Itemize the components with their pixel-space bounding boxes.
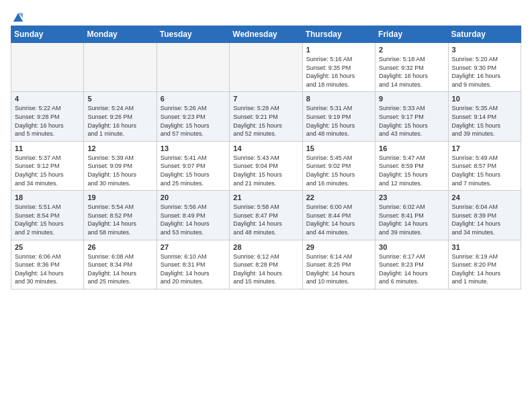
calendar-cell: 29Sunrise: 6:14 AM Sunset: 8:25 PM Dayli… (302, 240, 375, 289)
weekday-header-tuesday: Tuesday (157, 26, 229, 43)
calendar-cell (157, 43, 229, 92)
calendar-cell: 24Sunrise: 6:04 AM Sunset: 8:39 PM Dayli… (448, 191, 521, 240)
day-number: 25 (15, 243, 80, 251)
day-number: 8 (306, 95, 371, 103)
calendar-cell: 3Sunrise: 5:20 AM Sunset: 9:30 PM Daylig… (448, 43, 521, 92)
calendar-cell: 19Sunrise: 5:54 AM Sunset: 8:52 PM Dayli… (84, 191, 157, 240)
day-info: Sunrise: 5:28 AM Sunset: 9:21 PM Dayligh… (233, 104, 298, 138)
calendar-cell: 10Sunrise: 5:35 AM Sunset: 9:14 PM Dayli… (448, 92, 521, 141)
day-number: 20 (161, 193, 226, 201)
day-info: Sunrise: 5:45 AM Sunset: 9:02 PM Dayligh… (306, 154, 371, 187)
day-number: 13 (161, 144, 226, 152)
calendar-cell: 5Sunrise: 5:24 AM Sunset: 9:26 PM Daylig… (84, 92, 157, 141)
calendar-cell: 11Sunrise: 5:37 AM Sunset: 9:12 PM Dayli… (11, 141, 84, 190)
day-info: Sunrise: 5:33 AM Sunset: 9:17 PM Dayligh… (379, 104, 444, 138)
calendar-week-row: 18Sunrise: 5:51 AM Sunset: 8:54 PM Dayli… (11, 191, 521, 240)
calendar-cell: 9Sunrise: 5:33 AM Sunset: 9:17 PM Daylig… (375, 92, 448, 141)
weekday-header-row: SundayMondayTuesdayWednesdayThursdayFrid… (11, 26, 521, 43)
calendar-week-row: 1Sunrise: 5:16 AM Sunset: 9:35 PM Daylig… (11, 43, 521, 92)
day-info: Sunrise: 5:35 AM Sunset: 9:14 PM Dayligh… (452, 104, 517, 138)
calendar-cell: 18Sunrise: 5:51 AM Sunset: 8:54 PM Dayli… (11, 191, 84, 240)
day-info: Sunrise: 6:17 AM Sunset: 8:23 PM Dayligh… (379, 253, 444, 286)
calendar-cell: 31Sunrise: 6:19 AM Sunset: 8:20 PM Dayli… (448, 240, 521, 289)
day-number: 2 (379, 46, 444, 54)
calendar-week-row: 11Sunrise: 5:37 AM Sunset: 9:12 PM Dayli… (11, 141, 521, 190)
calendar-cell: 4Sunrise: 5:22 AM Sunset: 9:28 PM Daylig… (11, 92, 84, 141)
day-number: 17 (452, 144, 517, 152)
day-info: Sunrise: 5:56 AM Sunset: 8:49 PM Dayligh… (161, 203, 226, 236)
day-info: Sunrise: 5:31 AM Sunset: 9:19 PM Dayligh… (306, 104, 371, 138)
calendar-cell: 17Sunrise: 5:49 AM Sunset: 8:57 PM Dayli… (448, 141, 521, 190)
day-number: 19 (87, 193, 152, 201)
day-info: Sunrise: 5:37 AM Sunset: 9:12 PM Dayligh… (15, 154, 80, 187)
calendar-cell (84, 43, 157, 92)
day-number: 1 (306, 46, 371, 54)
day-info: Sunrise: 5:49 AM Sunset: 8:57 PM Dayligh… (452, 154, 517, 187)
logo-icon (12, 11, 24, 23)
weekday-header-thursday: Thursday (302, 26, 375, 43)
day-info: Sunrise: 5:16 AM Sunset: 9:35 PM Dayligh… (306, 55, 371, 89)
weekday-header-saturday: Saturday (448, 26, 521, 43)
day-number: 21 (233, 193, 298, 201)
day-info: Sunrise: 5:54 AM Sunset: 8:52 PM Dayligh… (87, 203, 152, 236)
day-number: 14 (233, 144, 298, 152)
weekday-header-monday: Monday (84, 26, 157, 43)
day-info: Sunrise: 5:39 AM Sunset: 9:09 PM Dayligh… (87, 154, 152, 187)
calendar-cell: 7Sunrise: 5:28 AM Sunset: 9:21 PM Daylig… (230, 92, 302, 141)
day-info: Sunrise: 6:14 AM Sunset: 8:25 PM Dayligh… (306, 253, 371, 286)
day-number: 26 (87, 243, 152, 251)
day-number: 22 (306, 193, 371, 201)
day-number: 23 (379, 193, 444, 201)
calendar-cell: 8Sunrise: 5:31 AM Sunset: 9:19 PM Daylig… (302, 92, 375, 141)
day-number: 28 (233, 243, 298, 251)
calendar-cell: 21Sunrise: 5:58 AM Sunset: 8:47 PM Dayli… (230, 191, 302, 240)
calendar-cell: 14Sunrise: 5:43 AM Sunset: 9:04 PM Dayli… (230, 141, 302, 190)
day-info: Sunrise: 6:08 AM Sunset: 8:34 PM Dayligh… (87, 253, 152, 286)
day-number: 5 (87, 95, 152, 103)
day-number: 18 (15, 193, 80, 201)
calendar-cell (11, 43, 84, 92)
day-number: 29 (306, 243, 371, 251)
calendar-cell: 6Sunrise: 5:26 AM Sunset: 9:23 PM Daylig… (157, 92, 229, 141)
day-info: Sunrise: 6:00 AM Sunset: 8:44 PM Dayligh… (306, 203, 371, 236)
day-info: Sunrise: 5:43 AM Sunset: 9:04 PM Dayligh… (233, 154, 298, 187)
calendar-cell: 27Sunrise: 6:10 AM Sunset: 8:31 PM Dayli… (157, 240, 229, 289)
calendar-week-row: 25Sunrise: 6:06 AM Sunset: 8:36 PM Dayli… (11, 240, 521, 289)
day-number: 6 (161, 95, 226, 103)
day-number: 31 (452, 243, 517, 251)
calendar-cell: 23Sunrise: 6:02 AM Sunset: 8:41 PM Dayli… (375, 191, 448, 240)
calendar-cell: 30Sunrise: 6:17 AM Sunset: 8:23 PM Dayli… (375, 240, 448, 289)
calendar-cell: 26Sunrise: 6:08 AM Sunset: 8:34 PM Dayli… (84, 240, 157, 289)
day-number: 11 (15, 144, 80, 152)
weekday-header-sunday: Sunday (11, 26, 84, 43)
day-info: Sunrise: 5:26 AM Sunset: 9:23 PM Dayligh… (161, 104, 226, 138)
day-info: Sunrise: 5:47 AM Sunset: 8:59 PM Dayligh… (379, 154, 444, 187)
day-info: Sunrise: 5:18 AM Sunset: 9:32 PM Dayligh… (379, 55, 444, 89)
day-info: Sunrise: 6:02 AM Sunset: 8:41 PM Dayligh… (379, 203, 444, 236)
day-info: Sunrise: 6:12 AM Sunset: 8:28 PM Dayligh… (233, 253, 298, 286)
calendar-cell: 13Sunrise: 5:41 AM Sunset: 9:07 PM Dayli… (157, 141, 229, 190)
day-info: Sunrise: 5:58 AM Sunset: 8:47 PM Dayligh… (233, 203, 298, 236)
day-info: Sunrise: 5:20 AM Sunset: 9:30 PM Dayligh… (452, 55, 517, 89)
calendar-cell: 12Sunrise: 5:39 AM Sunset: 9:09 PM Dayli… (84, 141, 157, 190)
calendar-cell: 16Sunrise: 5:47 AM Sunset: 8:59 PM Dayli… (375, 141, 448, 190)
day-info: Sunrise: 6:04 AM Sunset: 8:39 PM Dayligh… (452, 203, 517, 236)
day-info: Sunrise: 5:41 AM Sunset: 9:07 PM Dayligh… (161, 154, 226, 187)
day-number: 10 (452, 95, 517, 103)
calendar-cell: 22Sunrise: 6:00 AM Sunset: 8:44 PM Dayli… (302, 191, 375, 240)
logo (11, 11, 24, 20)
day-info: Sunrise: 5:22 AM Sunset: 9:28 PM Dayligh… (15, 104, 80, 138)
weekday-header-friday: Friday (375, 26, 448, 43)
day-number: 4 (15, 95, 80, 103)
day-info: Sunrise: 6:06 AM Sunset: 8:36 PM Dayligh… (15, 253, 80, 286)
calendar-cell: 25Sunrise: 6:06 AM Sunset: 8:36 PM Dayli… (11, 240, 84, 289)
calendar-cell: 1Sunrise: 5:16 AM Sunset: 9:35 PM Daylig… (302, 43, 375, 92)
day-number: 3 (452, 46, 517, 54)
day-number: 12 (87, 144, 152, 152)
day-number: 27 (161, 243, 226, 251)
calendar-cell: 15Sunrise: 5:45 AM Sunset: 9:02 PM Dayli… (302, 141, 375, 190)
calendar-week-row: 4Sunrise: 5:22 AM Sunset: 9:28 PM Daylig… (11, 92, 521, 141)
day-number: 24 (452, 193, 517, 201)
calendar-table: SundayMondayTuesdayWednesdayThursdayFrid… (11, 26, 521, 289)
day-info: Sunrise: 5:24 AM Sunset: 9:26 PM Dayligh… (87, 104, 152, 138)
